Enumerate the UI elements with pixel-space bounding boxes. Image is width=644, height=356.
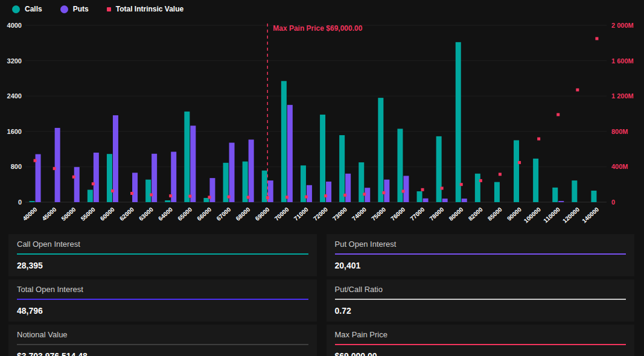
stat-put-open-interest: Put Open Interest 20,401 [327,234,635,276]
svg-text:0: 0 [611,199,615,206]
svg-text:800M: 800M [611,128,628,135]
svg-text:800: 800 [11,163,22,170]
stat-label: Total Open Interest [17,285,308,299]
svg-text:1 600M: 1 600M [611,57,634,65]
svg-text:70000: 70000 [273,206,290,222]
svg-text:74000: 74000 [351,206,368,222]
stat-value: 28,395 [17,255,308,270]
svg-text:140000: 140000 [581,206,600,224]
chart-legend: Calls Puts Total Intrinsic Value [12,5,183,13]
legend-label: Total Intrinsic Value [116,5,183,13]
svg-text:1600: 1600 [7,128,22,135]
svg-text:4000: 4000 [7,22,22,29]
legend-item-calls[interactable]: Calls [12,5,42,13]
svg-text:110000: 110000 [542,206,561,224]
svg-text:63000: 63000 [138,206,155,222]
svg-text:68000: 68000 [234,206,251,222]
stat-value: 48,796 [17,300,308,316]
svg-text:67000: 67000 [215,206,232,222]
total-intrinsic-value-swatch-icon [107,7,111,11]
open-interest-chart[interactable]: Calls Puts Total Intrinsic Value Max Pai… [0,0,644,230]
puts-swatch-icon [60,5,68,13]
svg-text:76000: 76000 [389,206,406,222]
svg-text:77000: 77000 [409,206,426,222]
svg-text:120000: 120000 [561,206,581,224]
stat-call-open-interest: Call Open Interest 28,395 [8,234,317,276]
svg-text:73000: 73000 [331,206,348,222]
stat-put-call-ratio: Put/Call Ratio 0.72 [327,279,635,322]
calls-swatch-icon [12,5,20,13]
svg-text:2 000M: 2 000M [611,22,634,29]
legend-label: Calls [25,5,42,13]
svg-text:75000: 75000 [370,206,387,222]
svg-text:400M: 400M [611,163,628,170]
svg-text:90000: 90000 [506,206,523,222]
stat-label: Notional Value [17,330,308,344]
legend-item-puts[interactable]: Puts [60,5,89,13]
stat-value: 20,401 [335,255,626,270]
svg-text:55000: 55000 [80,206,97,222]
stat-label: Max Pain Price [335,330,626,344]
stat-total-open-interest: Total Open Interest 48,796 [8,279,317,322]
svg-text:64000: 64000 [157,206,174,222]
stat-label: Call Open Interest [17,240,308,253]
legend-label: Puts [73,5,89,13]
stats-panel: Call Open Interest 28,395 Put Open Inter… [8,234,634,356]
stat-value: $69,000.00 [335,345,626,356]
svg-text:50000: 50000 [60,206,77,222]
svg-text:45000: 45000 [40,206,57,222]
chart-canvas[interactable]: 00800400M1600800M24001 200M32001 600M400… [0,0,644,230]
svg-text:1 200M: 1 200M [611,92,634,100]
svg-text:71000: 71000 [293,206,310,222]
svg-text:3200: 3200 [7,57,22,65]
legend-item-total-intrinsic-value[interactable]: Total Intrinsic Value [107,5,183,13]
stat-max-pain-price: Max Pain Price $69,000.00 [327,325,635,356]
svg-text:60000: 60000 [99,206,116,222]
svg-text:40000: 40000 [21,206,38,222]
stat-label: Put/Call Ratio [335,285,626,299]
stat-value: 0.72 [335,300,626,316]
stat-label: Put Open Interest [335,240,626,253]
svg-text:82000: 82000 [467,206,484,222]
svg-text:2400: 2400 [7,92,22,100]
svg-text:62000: 62000 [118,206,135,222]
svg-text:78000: 78000 [428,206,445,222]
max-pain-annotation: Max Pain Price $69,000.00 [273,24,362,33]
svg-text:85000: 85000 [486,206,503,222]
svg-text:65000: 65000 [176,206,193,222]
svg-text:66000: 66000 [196,206,212,222]
svg-text:69000: 69000 [254,206,271,222]
svg-text:80000: 80000 [448,206,465,222]
stat-value: $3,703,976,514.48 [17,345,308,356]
svg-text:100000: 100000 [523,206,542,224]
stat-notional-value: Notional Value $3,703,976,514.48 [8,325,317,356]
svg-text:0: 0 [18,199,22,206]
svg-text:72000: 72000 [312,206,329,222]
